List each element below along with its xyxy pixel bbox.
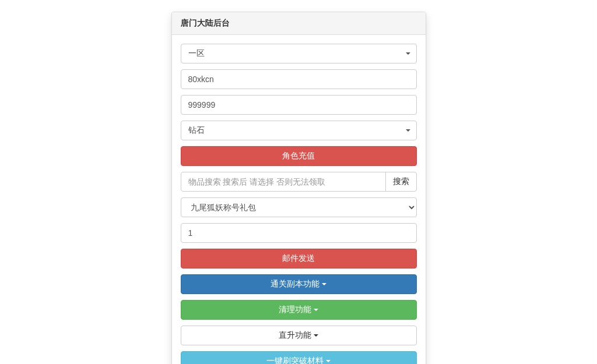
levelup-button[interactable]: 直升功能 [181,326,417,345]
dungeon-clear-button[interactable]: 通关副本功能 [181,274,417,294]
breakthrough-button[interactable]: 一键刷突破材料 [181,351,417,364]
admin-panel: 唐门大陆后台 一区 钻石 角色充值 搜索 九尾狐妖称号礼包 邮件发送 通关副本功… [171,12,426,364]
dungeon-clear-label: 通关副本功能 [271,279,319,288]
quantity-input[interactable] [181,223,417,243]
panel-body: 一区 钻石 角色充值 搜索 九尾狐妖称号礼包 邮件发送 通关副本功能 清理功能 [172,35,426,364]
search-button[interactable]: 搜索 [385,172,417,192]
chevron-down-icon [406,48,410,59]
chevron-down-icon [314,334,318,337]
breakthrough-label: 一键刷突破材料 [266,356,324,364]
cleanup-button[interactable]: 清理功能 [181,300,417,320]
chevron-down-icon [406,125,410,136]
account-input[interactable] [181,69,417,89]
item-select[interactable]: 九尾狐妖称号礼包 [181,197,417,217]
item-search-group: 搜索 [181,172,417,192]
mail-send-button[interactable]: 邮件发送 [181,249,417,268]
amount-input[interactable] [181,95,417,115]
item-search-input[interactable] [181,172,386,192]
cleanup-label: 清理功能 [279,305,311,314]
currency-select-label: 钻石 [188,125,205,135]
chevron-down-icon [314,309,318,311]
chevron-down-icon [322,283,326,285]
panel-title: 唐门大陆后台 [172,12,426,35]
levelup-label: 直升功能 [279,330,311,340]
server-select[interactable]: 一区 [181,44,417,63]
server-select-label: 一区 [188,48,205,58]
currency-select[interactable]: 钻石 [181,121,417,140]
chevron-down-icon [326,360,331,362]
recharge-button[interactable]: 角色充值 [181,146,417,166]
